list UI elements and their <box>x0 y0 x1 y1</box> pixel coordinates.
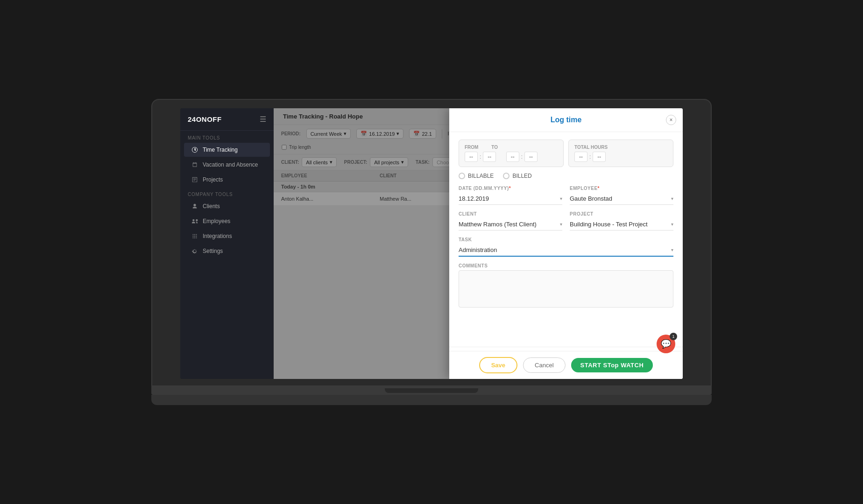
modal-body: From To -- : -- <box>449 132 683 343</box>
client-value: Matthew Ramos (Test Client) <box>459 221 537 228</box>
total-min[interactable]: -- <box>593 152 606 162</box>
sidebar-item-label: Settings <box>203 248 223 254</box>
sidebar: 24ONOFF ☰ Main Tools Time Tracking Vacat… <box>180 108 274 379</box>
project-select[interactable]: Building House - Test Project ▾ <box>570 218 673 231</box>
date-value: 18.12.2019 <box>459 195 489 202</box>
billed-radio-circle <box>503 173 509 179</box>
total-hour[interactable]: -- <box>574 152 587 162</box>
sidebar-logo: 24ONOFF ☰ <box>180 108 274 131</box>
laptop-screen: 24ONOFF ☰ Main Tools Time Tracking Vacat… <box>180 108 683 379</box>
time-row: From To -- : -- <box>459 140 673 167</box>
to-min[interactable]: -- <box>524 152 538 162</box>
employee-select[interactable]: Gaute Bronstad ▾ <box>570 193 673 205</box>
sidebar-item-settings[interactable]: Settings <box>184 244 270 258</box>
sidebar-item-label: Employees <box>203 218 230 224</box>
date-required: * <box>509 186 511 191</box>
date-label: DATE (DD.MM.YYYY)* <box>459 186 562 191</box>
laptop-shell: 24ONOFF ☰ Main Tools Time Tracking Vacat… <box>151 99 712 405</box>
sidebar-item-time-tracking[interactable]: Time Tracking <box>184 143 270 157</box>
from-min[interactable]: -- <box>483 152 496 162</box>
colon3: : <box>589 154 591 160</box>
comments-label: COMMENTS <box>459 263 673 268</box>
chat-bubble-button[interactable]: 💬 1 <box>657 335 675 353</box>
total-hours-inputs: -- : -- <box>574 152 667 162</box>
sidebar-item-label: Integrations <box>203 233 232 239</box>
date-label-text: DATE (DD.MM.YYYY) <box>459 186 509 191</box>
projects-icon <box>191 176 198 183</box>
billable-option[interactable]: BILLABLE <box>459 173 494 179</box>
save-button[interactable]: Save <box>479 357 517 373</box>
laptop-bottom <box>151 395 712 405</box>
employee-label-text: EMPLOYEE <box>570 186 598 191</box>
to-hour[interactable]: -- <box>506 152 519 162</box>
client-group: CLIENT Matthew Ramos (Test Client) ▾ <box>459 211 562 231</box>
comments-row: COMMENTS <box>459 263 673 308</box>
modal-close-button[interactable]: × <box>666 115 676 125</box>
modal-overlay: Log time × From <box>274 108 683 379</box>
stopwatch-button[interactable]: START STop WATCH <box>571 358 653 372</box>
sidebar-item-integrations[interactable]: Integrations <box>184 229 270 243</box>
clock-icon <box>191 147 198 153</box>
total-hours-label: Total Hours <box>574 145 667 150</box>
close-icon: × <box>669 117 672 123</box>
date-group: DATE (DD.MM.YYYY)* 18.12.2019 ▾ <box>459 186 562 205</box>
person-icon <box>191 203 198 210</box>
modal-title: Log time <box>551 116 582 124</box>
calendar-icon <box>191 161 198 168</box>
modal-divider <box>449 347 683 347</box>
billable-option-label: BILLABLE <box>468 173 494 179</box>
comments-group: COMMENTS <box>459 263 673 308</box>
project-arrow: ▾ <box>671 222 673 227</box>
project-form-label: PROJECT <box>570 211 673 217</box>
total-hours-box: Total Hours -- : -- <box>568 140 673 167</box>
project-group: PROJECT Building House - Test Project ▾ <box>570 211 673 231</box>
task-form-label: TASK <box>459 237 673 242</box>
comments-textarea[interactable] <box>459 270 673 308</box>
billable-radio-circle <box>459 173 465 179</box>
sidebar-item-label: Projects <box>203 176 223 183</box>
employee-value: Gaute Bronstad <box>570 195 612 202</box>
sidebar-item-vacation[interactable]: Vacation and Absence <box>184 158 270 172</box>
to-label-text: To <box>491 145 498 150</box>
laptop-base <box>151 386 712 395</box>
from-hour[interactable]: -- <box>465 152 478 162</box>
time-from-label: From To <box>465 145 558 150</box>
sidebar-item-label: Clients <box>203 203 220 210</box>
sidebar-item-label: Time Tracking <box>203 147 238 153</box>
people-icon <box>191 218 198 224</box>
main-tools-label: Main Tools <box>180 131 274 142</box>
chat-icon: 💬 <box>661 339 671 349</box>
sidebar-item-clients[interactable]: Clients <box>184 199 270 213</box>
sidebar-item-projects[interactable]: Projects <box>184 173 270 187</box>
employee-label: EMPLOYEE* <box>570 186 673 191</box>
integrations-icon <box>191 233 198 239</box>
hamburger-icon[interactable]: ☰ <box>260 115 266 124</box>
log-time-modal: Log time × From <box>449 108 683 379</box>
employee-arrow: ▾ <box>671 196 673 201</box>
client-project-row: CLIENT Matthew Ramos (Test Client) ▾ PRO… <box>459 211 673 231</box>
modal-footer: Save Cancel START STop WATCH <box>449 351 683 379</box>
task-group: TASK Administration ▾ <box>459 237 673 257</box>
from-label-text: From <box>465 145 478 150</box>
client-form-label: CLIENT <box>459 211 562 217</box>
main-content: Time Tracking - Roald Hope PERIOD: Curre… <box>274 108 683 379</box>
date-arrow: ▾ <box>560 196 562 201</box>
date-input[interactable]: 18.12.2019 ▾ <box>459 193 562 205</box>
logo-text: 24ONOFF <box>188 115 222 123</box>
cancel-button[interactable]: Cancel <box>523 357 565 373</box>
employee-required: * <box>598 186 600 191</box>
company-tools-label: Company Tools <box>180 187 274 199</box>
client-select[interactable]: Matthew Ramos (Test Client) ▾ <box>459 218 562 231</box>
colon2: : <box>521 154 523 160</box>
sidebar-item-employees[interactable]: Employees <box>184 214 270 228</box>
sidebar-item-label: Vacation and Absence <box>203 161 258 168</box>
time-from-inputs: -- : -- -- : -- <box>465 152 558 162</box>
billed-option[interactable]: BILLED <box>503 173 531 179</box>
screen-bezel: 24ONOFF ☰ Main Tools Time Tracking Vacat… <box>151 99 712 386</box>
date-employee-row: DATE (DD.MM.YYYY)* 18.12.2019 ▾ <box>459 186 673 205</box>
chat-badge: 1 <box>670 333 677 340</box>
billable-row: BILLABLE BILLED <box>459 173 673 179</box>
employee-group: EMPLOYEE* Gaute Bronstad ▾ <box>570 186 673 205</box>
task-select[interactable]: Administration ▾ <box>459 244 673 257</box>
laptop-hinge <box>385 388 478 393</box>
